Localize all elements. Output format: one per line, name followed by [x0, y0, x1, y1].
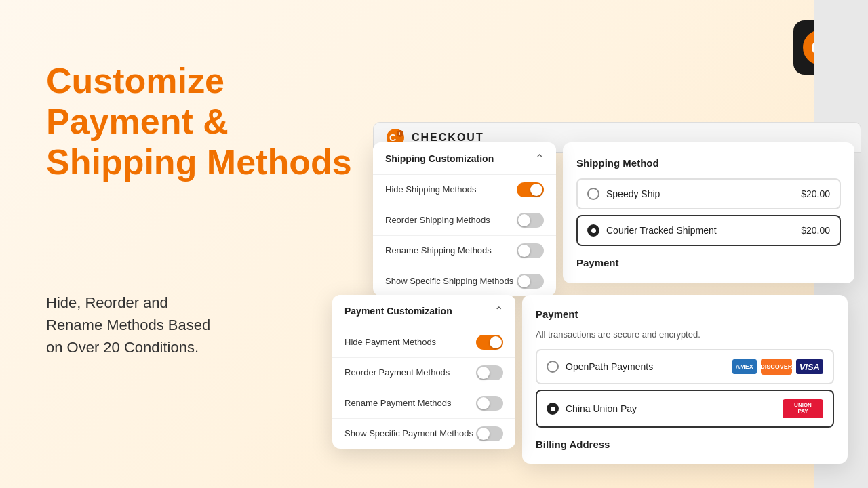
- rename-payment-toggle[interactable]: [476, 396, 503, 411]
- svg-text:+: +: [399, 131, 401, 136]
- hide-shipping-label: Hide Shipping Methods: [385, 184, 517, 196]
- payment-panel-chevron-icon[interactable]: ⌃: [494, 304, 503, 317]
- speedy-ship-name: Speedy Ship: [606, 188, 660, 199]
- amex-icon: AMEX: [732, 359, 757, 374]
- billing-address-title: Billing Address: [536, 439, 834, 450]
- openpath-option[interactable]: OpenPath Payments AMEX DISCOVER VISA: [536, 349, 834, 384]
- hide-payment-toggle[interactable]: [476, 335, 503, 350]
- rename-shipping-toggle[interactable]: [517, 243, 544, 258]
- show-specific-shipping-row: Show Specific Shipping Methods: [373, 266, 556, 296]
- unionpay-icons: UNION PAY: [783, 399, 823, 418]
- reorder-shipping-label: Reorder Shipping Methods: [385, 215, 517, 226]
- speedy-ship-price: $20.00: [801, 188, 830, 199]
- shipping-panel-header: Shipping Customization ⌃: [373, 142, 556, 175]
- show-specific-shipping-toggle[interactable]: [517, 274, 544, 289]
- hero-subtitle: Hide, Reorder and Rename Methods Based o…: [46, 291, 210, 359]
- show-specific-payment-row: Show Specific Payment Methods: [332, 419, 515, 449]
- courier-tracked-radio: [587, 224, 599, 237]
- reorder-payment-label: Reorder Payment Methods: [344, 367, 476, 379]
- payment-customization-panel: Payment Customization ⌃ Hide Payment Met…: [332, 295, 515, 449]
- speedy-ship-radio: [587, 188, 599, 200]
- unionpay-card-icon: UNION PAY: [783, 399, 823, 418]
- payment-panel-title: Payment Customization: [344, 306, 452, 317]
- toggle-knob: [490, 336, 502, 348]
- unionpay-left: China Union Pay: [547, 403, 637, 415]
- secure-text: All transactions are secure and encrypte…: [536, 329, 834, 340]
- reorder-shipping-row: Reorder Shipping Methods: [373, 205, 556, 236]
- reorder-payment-toggle[interactable]: [476, 365, 503, 380]
- openpath-icons: AMEX DISCOVER VISA: [732, 359, 823, 375]
- rename-payment-label: Rename Payment Methods: [344, 398, 476, 409]
- payment-method-panel: Payment All transactions are secure and …: [522, 295, 848, 464]
- openpath-name: OpenPath Payments: [566, 361, 653, 372]
- shipping-method-panel: Shipping Method Speedy Ship $20.00 Couri…: [563, 142, 854, 283]
- hero-text-block: Customize Payment & Shipping Methods: [46, 61, 352, 182]
- openpath-radio: [547, 361, 559, 373]
- courier-tracked-price: $20.00: [801, 225, 830, 236]
- show-specific-payment-label: Show Specific Payment Methods: [344, 428, 476, 440]
- discover-icon: DISCOVER: [761, 359, 792, 375]
- toggle-knob: [530, 184, 542, 196]
- toggle-knob: [518, 214, 530, 226]
- payment-method-title: Payment: [536, 308, 834, 320]
- show-specific-shipping-label: Show Specific Shipping Methods: [385, 276, 517, 287]
- speedy-ship-left: Speedy Ship: [587, 188, 660, 200]
- svg-text:C: C: [389, 132, 396, 143]
- toggle-knob: [518, 245, 530, 257]
- reorder-payment-row: Reorder Payment Methods: [332, 358, 515, 388]
- hide-shipping-row: Hide Shipping Methods: [373, 175, 556, 205]
- rename-shipping-label: Rename Shipping Methods: [385, 245, 517, 257]
- shipping-method-title: Shipping Method: [576, 157, 841, 169]
- toggle-knob: [518, 275, 530, 287]
- rename-shipping-row: Rename Shipping Methods: [373, 236, 556, 266]
- courier-tracked-name: Courier Tracked Shipment: [606, 225, 717, 236]
- payment-section-title: Payment: [576, 257, 841, 268]
- unionpay-option[interactable]: China Union Pay UNION PAY: [536, 390, 834, 428]
- toggle-knob: [477, 397, 490, 409]
- payment-panel-header: Payment Customization ⌃: [332, 295, 515, 327]
- hero-title: Customize Payment & Shipping Methods: [46, 61, 352, 182]
- hide-shipping-toggle[interactable]: [517, 182, 544, 197]
- speedy-ship-option[interactable]: Speedy Ship $20.00: [576, 178, 841, 209]
- visa-icon: VISA: [796, 359, 823, 374]
- openpath-left: OpenPath Payments: [547, 361, 653, 373]
- shipping-panel-title: Shipping Customization: [385, 153, 494, 164]
- reorder-shipping-toggle[interactable]: [517, 213, 544, 228]
- rename-payment-row: Rename Payment Methods: [332, 388, 515, 419]
- show-specific-payment-toggle[interactable]: [476, 426, 503, 441]
- courier-tracked-left: Courier Tracked Shipment: [587, 224, 717, 237]
- unionpay-radio: [547, 403, 559, 415]
- unionpay-name: China Union Pay: [566, 403, 637, 414]
- toggle-knob: [477, 428, 490, 440]
- panels-area: C + CHECKOUT Shipping Customization ⌃ Hi…: [332, 122, 868, 488]
- hide-payment-row: Hide Payment Methods: [332, 327, 515, 358]
- hide-payment-label: Hide Payment Methods: [344, 337, 476, 348]
- shipping-panel-chevron-icon[interactable]: ⌃: [535, 152, 544, 165]
- toggle-knob: [477, 367, 490, 379]
- courier-tracked-option[interactable]: Courier Tracked Shipment $20.00: [576, 215, 841, 246]
- shipping-customization-panel: Shipping Customization ⌃ Hide Shipping M…: [373, 142, 556, 296]
